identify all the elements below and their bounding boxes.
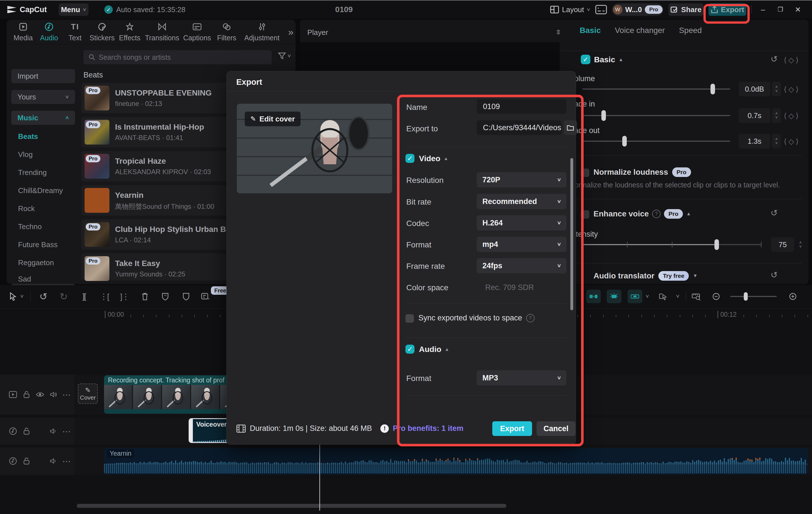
tab-filters[interactable]: Filters	[214, 20, 240, 44]
auto-preview-icon[interactable]	[607, 290, 621, 303]
tab-captions[interactable]: Captions	[181, 20, 212, 44]
main-track-icon[interactable]	[8, 389, 18, 400]
chevron-down-icon[interactable]: ˅	[20, 293, 24, 300]
filter-button[interactable]: ˅	[278, 52, 291, 59]
chevron-down-icon[interactable]: ˅	[646, 293, 649, 300]
volume-slider[interactable]	[582, 89, 730, 90]
split-right-icon[interactable]: ]⋮	[118, 290, 131, 303]
pro-benefits-link[interactable]: Pro benefits: 1 item	[393, 424, 464, 433]
clip-trim-handle-left[interactable]	[190, 419, 193, 442]
speaker-icon[interactable]	[49, 456, 59, 466]
reset-icon[interactable]: ↺	[771, 208, 778, 218]
more-icon[interactable]: ⋯	[61, 456, 71, 466]
dialog-scrollbar[interactable]	[570, 158, 573, 310]
intensity-value[interactable]: 75	[771, 237, 794, 252]
intensity-stepper[interactable]: ˄˅	[796, 237, 805, 252]
fade-out-slider[interactable]	[582, 141, 730, 142]
volume-value[interactable]: 0.0dB	[739, 82, 770, 96]
audio-section-checkbox[interactable]: ✓	[405, 345, 414, 354]
fade-out-value[interactable]: 1.3s	[739, 134, 770, 149]
close-button[interactable]: ✕	[792, 5, 804, 14]
zoom-in-icon[interactable]	[787, 290, 799, 303]
format-select[interactable]: mp4˅	[477, 237, 567, 252]
select-tool-icon[interactable]	[7, 290, 19, 303]
timeline-zoom-handle[interactable]	[744, 292, 748, 301]
more-icon[interactable]: ⋯	[61, 426, 71, 436]
normalize-checkbox[interactable]	[581, 169, 589, 177]
tab-audio[interactable]: Audio	[37, 20, 61, 44]
tab-adjustment[interactable]: Adjustment	[241, 20, 283, 44]
fade-in-stepper[interactable]: ˄˅	[772, 108, 781, 123]
mute-track-ai-icon[interactable]: AI	[159, 290, 171, 303]
fade-in-value[interactable]: 0.7s	[739, 108, 770, 123]
intensity-slider[interactable]	[582, 244, 761, 245]
linked-track-icon[interactable]	[628, 290, 642, 303]
split-left-icon[interactable]: ⋮[	[98, 290, 111, 303]
cancel-button[interactable]: Cancel	[536, 421, 576, 436]
menu-button[interactable]: Menu ˅	[59, 3, 89, 16]
bitrate-select[interactable]: Recommended˅	[477, 194, 567, 209]
timeline-horizontal-scrollbar[interactable]	[77, 504, 506, 508]
reset-icon[interactable]: ↺	[771, 54, 778, 64]
tab-basic[interactable]: Basic	[580, 26, 601, 35]
reset-icon[interactable]: ↺	[771, 270, 778, 280]
codec-select[interactable]: H.264˅	[477, 215, 567, 231]
split-icon[interactable]: ][	[78, 290, 90, 303]
account-button[interactable]: W W...0 Pro	[612, 3, 663, 16]
export-button-top[interactable]: Export	[708, 3, 746, 16]
speaker-icon[interactable]	[49, 389, 59, 400]
audio-track-icon[interactable]	[8, 456, 18, 466]
tab-voice-changer[interactable]: Voice changer	[615, 26, 665, 35]
caption-cut-icon[interactable]: ✂	[199, 290, 211, 303]
export-path-input[interactable]: C:/Users/93444/Videos...	[477, 120, 561, 135]
fade-in-slider[interactable]	[582, 115, 730, 116]
shortcut-panel-icon[interactable]	[595, 5, 607, 14]
audio-translator-header[interactable]: Audio translator Try free ▼	[593, 271, 698, 281]
timeline-zoom-slider[interactable]	[730, 296, 777, 297]
undo-icon[interactable]: ↺	[37, 290, 50, 303]
enhance-voice-checkbox[interactable]	[581, 210, 589, 219]
fade-out-slider-handle[interactable]	[622, 136, 627, 147]
ruler-zoom-icon[interactable]	[690, 290, 703, 303]
mute-track-icon[interactable]	[180, 290, 192, 303]
browse-folder-button[interactable]	[564, 120, 577, 135]
tab-effects[interactable]: Effects	[117, 20, 143, 44]
basic-section-header[interactable]: Basic ▲	[594, 55, 624, 64]
layout-button[interactable]: Layout ˅	[550, 5, 590, 14]
keyframe-nav-icons[interactable]: ⟨◇⟩	[784, 56, 800, 64]
basic-section-checkbox[interactable]: ✓	[581, 55, 590, 64]
audio-format-select[interactable]: MP3˅	[477, 370, 567, 386]
audio-section-header[interactable]: Audio ▲	[419, 345, 449, 354]
click-select-mode-icon[interactable]	[657, 290, 669, 303]
speaker-icon[interactable]	[49, 426, 59, 436]
maximize-button[interactable]: ❐	[774, 6, 787, 13]
delete-icon[interactable]	[139, 290, 151, 303]
intensity-slider-handle[interactable]	[715, 239, 719, 250]
lock-icon[interactable]	[22, 389, 32, 400]
redo-icon[interactable]: ↻	[58, 290, 70, 303]
tab-transitions[interactable]: Transitions	[144, 20, 180, 44]
fade-in-slider-handle[interactable]	[601, 110, 606, 121]
music-clip[interactable]: Yearnin	[104, 448, 808, 475]
lock-icon[interactable]	[22, 456, 32, 466]
more-icon[interactable]: ⋯	[61, 389, 71, 400]
name-input[interactable]: 0109	[477, 99, 567, 114]
tab-media[interactable]: Media	[11, 20, 35, 44]
enhance-voice-header[interactable]: Enhance voice ? Pro ▲	[593, 209, 691, 219]
share-button[interactable]: Share	[668, 3, 703, 16]
video-section-checkbox[interactable]: ✓	[405, 154, 414, 163]
snap-main-track-icon[interactable]	[586, 290, 601, 303]
export-confirm-button[interactable]: Export	[492, 421, 532, 436]
eye-icon[interactable]	[35, 389, 45, 400]
volume-slider-handle[interactable]	[710, 84, 715, 94]
video-section-header[interactable]: Video ▲	[419, 154, 448, 163]
edit-cover-button[interactable]: ✎ Edit cover	[245, 112, 300, 126]
lock-icon[interactable]	[22, 426, 32, 436]
zoom-out-icon[interactable]	[710, 290, 722, 303]
minimize-button[interactable]: –	[757, 5, 769, 14]
expand-toolbar-icon[interactable]: »	[288, 27, 293, 37]
chevron-down-icon[interactable]: ˅	[676, 293, 679, 300]
search-input[interactable]: Search songs or artists	[83, 50, 272, 64]
audio-track-icon[interactable]	[8, 426, 18, 436]
resolution-select[interactable]: 720P˅	[477, 172, 567, 187]
